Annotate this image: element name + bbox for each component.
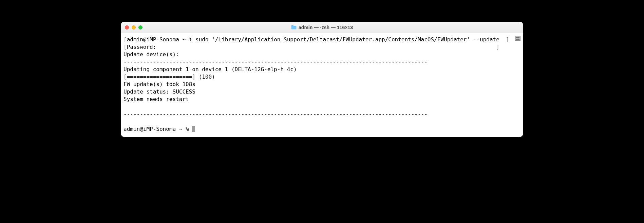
maximize-button[interactable] <box>138 25 143 29</box>
terminal-line: [====================] (100) <box>124 73 520 81</box>
terminal-line: System needs restart <box>124 96 520 103</box>
window-title: admin — -zsh — 116×13 <box>299 25 353 30</box>
titlebar[interactable]: admin — -zsh — 116×13 <box>121 22 523 33</box>
output-text: ----------------------------------------… <box>124 59 428 65</box>
cursor-icon <box>192 126 195 132</box>
terminal-line: [Password: ] <box>124 43 520 51</box>
output-text: Update status: SUCCESS <box>124 88 195 95</box>
terminal-line: Update status: SUCCESS <box>124 88 520 96</box>
terminal-line <box>124 103 520 110</box>
output-text: ----------------------------------------… <box>124 111 428 117</box>
terminal-line: admin@iMP-Sonoma ~ % <box>124 125 520 133</box>
output-text: FW update(s) took 108s <box>124 81 195 87</box>
output-text: Update device(s): <box>124 51 179 58</box>
command-text: sudo '/Library/Application Support/Delta… <box>195 36 499 43</box>
terminal-window: admin — -zsh — 116×13 [admin@iMP-Sonoma … <box>121 22 523 137</box>
terminal-line: ----------------------------------------… <box>124 58 520 66</box>
output-text: Updating component 1 on device 1 (DELTA-… <box>124 66 297 73</box>
terminal-line: Updating component 1 on device 1 (DELTA-… <box>124 66 520 73</box>
prompt-text: admin@iMP-Sonoma ~ % <box>124 126 192 132</box>
output-text: System needs restart <box>124 96 189 102</box>
output-text: [====================] (100) <box>124 74 215 80</box>
terminal-line: FW update(s) took 108s <box>124 81 520 88</box>
traffic-lights <box>125 25 143 29</box>
output-text: Password: <box>127 44 156 50</box>
close-button[interactable] <box>125 25 129 29</box>
window-title-wrap: admin — -zsh — 116×13 <box>121 25 523 30</box>
terminal-line: ----------------------------------------… <box>124 110 520 118</box>
terminal-body[interactable]: [admin@iMP-Sonoma ~ % sudo '/Library/App… <box>121 33 523 137</box>
prompt-text: admin@iMP-Sonoma ~ % <box>127 36 195 43</box>
folder-icon <box>291 25 297 29</box>
minimize-button[interactable] <box>132 25 136 29</box>
terminal-line <box>124 118 520 125</box>
scroll-indicator-icon[interactable] <box>515 36 520 41</box>
terminal-line: Update device(s): <box>124 51 520 58</box>
terminal-line: [admin@iMP-Sonoma ~ % sudo '/Library/App… <box>124 36 520 43</box>
